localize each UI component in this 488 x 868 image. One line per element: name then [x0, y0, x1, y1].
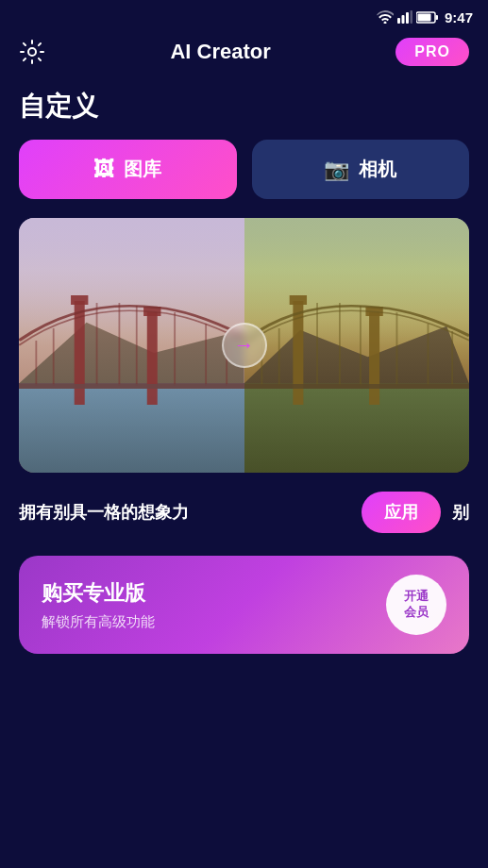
svg-rect-33: [244, 384, 470, 389]
pro-card-subtitle: 解锁所有高级功能: [42, 613, 155, 631]
svg-rect-20: [19, 384, 244, 389]
svg-rect-3: [410, 10, 412, 24]
svg-rect-10: [71, 295, 88, 305]
pro-action-line2: 会员: [404, 605, 429, 621]
gallery-label: 图库: [124, 157, 161, 182]
wifi-icon: [377, 10, 394, 24]
image-compare: →: [19, 218, 469, 473]
image-before: [19, 218, 244, 473]
app-header: AI Creator PRO: [0, 34, 488, 81]
compare-arrow-button[interactable]: →: [222, 323, 267, 368]
pro-card-title: 购买专业版: [42, 579, 155, 608]
status-time: 9:47: [445, 9, 473, 25]
gallery-button[interactable]: 🖼 图库: [19, 140, 237, 199]
bridge-svg-left: [19, 218, 244, 473]
pro-badge[interactable]: PRO: [395, 38, 469, 66]
svg-rect-5: [417, 13, 430, 21]
apply-button[interactable]: 应用: [362, 492, 441, 533]
svg-rect-9: [147, 312, 158, 405]
app-title: AI Creator: [170, 40, 270, 64]
signal-icon: [397, 10, 412, 24]
svg-rect-23: [289, 295, 306, 305]
svg-rect-0: [397, 18, 400, 24]
status-bar: 9:47: [0, 0, 488, 34]
bottom-text-row: 拥有别具一格的想象力 应用 别: [0, 476, 488, 548]
camera-button[interactable]: 📷 相机: [252, 140, 470, 199]
arrow-icon: →: [234, 333, 255, 358]
svg-rect-22: [369, 312, 379, 405]
status-icons: [377, 10, 439, 24]
svg-point-7: [28, 48, 36, 56]
battery-icon: [416, 11, 439, 24]
svg-rect-6: [435, 15, 438, 20]
pro-card-text: 购买专业版 解锁所有高级功能: [42, 579, 155, 631]
pro-action-line1: 开通: [404, 589, 429, 605]
gallery-icon: 🖼: [93, 158, 114, 182]
svg-rect-1: [401, 15, 404, 24]
camera-label: 相机: [359, 157, 396, 182]
image-after: [244, 218, 470, 473]
section-title: 自定义: [0, 81, 488, 140]
settings-button[interactable]: [19, 39, 45, 65]
action-buttons-row: 🖼 图库 📷 相机: [0, 140, 488, 218]
feature-label: 拥有别具一格的想象力: [19, 501, 362, 524]
camera-icon: 📷: [324, 158, 349, 182]
pro-purchase-card: 购买专业版 解锁所有高级功能 开通 会员: [19, 556, 469, 654]
bridge-svg-right: [244, 218, 470, 473]
pro-card-action-button[interactable]: 开通 会员: [386, 575, 446, 635]
more-label: 别: [452, 501, 469, 524]
svg-rect-2: [406, 12, 409, 24]
